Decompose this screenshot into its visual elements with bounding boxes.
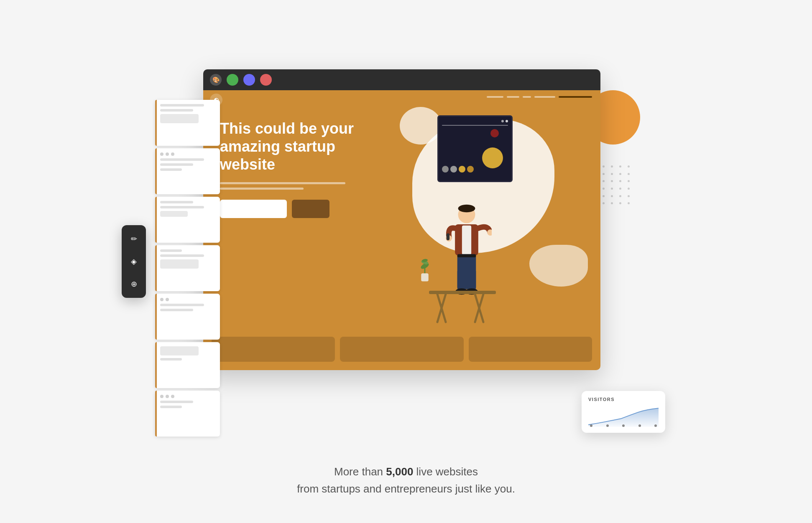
page-thumb-4[interactable]	[155, 245, 220, 291]
thumb-dots	[160, 298, 215, 301]
page-thumb-3[interactable]	[155, 197, 220, 243]
thumb-dot	[160, 152, 163, 156]
plant-illustration	[416, 253, 433, 282]
bottom-card-3	[469, 337, 592, 362]
visitors-widget: VISITORS	[582, 391, 665, 433]
easel-dots	[442, 120, 508, 122]
thumb-dot	[171, 152, 174, 156]
bottom-card-2	[340, 337, 463, 362]
thumb-dot	[160, 298, 163, 301]
nav-dash	[523, 96, 531, 98]
thumb-line	[160, 163, 193, 166]
left-toolbar: ✏ ◈ ⊕	[122, 225, 146, 298]
thumb-line	[160, 309, 193, 311]
thumb-line	[160, 201, 193, 203]
thumb-line	[160, 109, 193, 112]
page-thumb-6[interactable]	[155, 342, 220, 388]
visitors-label: VISITORS	[588, 397, 659, 402]
hero-title: This could be your amazing startup websi…	[220, 119, 379, 174]
planet-small	[490, 129, 499, 137]
thumb-line	[160, 249, 182, 252]
thumb-line	[160, 406, 182, 408]
browser-body: ◐ This could be your amazing startup web…	[203, 90, 600, 370]
main-scene: ✏ ◈ ⊕	[113, 57, 699, 466]
hero-cta-button[interactable]	[292, 200, 329, 218]
nav-dash	[487, 96, 503, 98]
thumb-line	[160, 168, 182, 171]
easel-board	[437, 115, 513, 182]
svg-rect-12	[457, 254, 476, 257]
page-thumb-2[interactable]	[155, 148, 220, 194]
chart-dots	[588, 424, 659, 427]
browser-header: 🎨	[203, 69, 600, 90]
pencil-icon[interactable]: ✏	[127, 232, 141, 246]
thumb-line	[160, 358, 182, 361]
easel-line	[442, 125, 508, 126]
thumb-dot	[171, 395, 174, 398]
svg-rect-6	[447, 233, 449, 240]
browser-window: 🎨 ◐ This could be your amazing startup	[203, 69, 600, 370]
color-green[interactable]	[227, 74, 238, 86]
browser-nav	[487, 96, 592, 98]
bottom-text: More than 5,000 live websites from start…	[297, 463, 515, 498]
thumb-line	[160, 304, 204, 306]
planet-big	[482, 147, 503, 168]
pages-stack	[155, 100, 220, 437]
thumb-dots	[160, 152, 215, 156]
blob-small	[400, 107, 442, 145]
page-thumb-1[interactable]	[155, 100, 220, 146]
thumb-line	[160, 104, 204, 107]
bottom-text-line1: More than 5,000 live websites	[297, 463, 515, 481]
palette-icon[interactable]: 🎨	[210, 74, 222, 86]
thumb-dot	[166, 152, 169, 156]
hero-input-field[interactable]	[220, 200, 287, 218]
hero-content: This could be your amazing startup websi…	[220, 119, 379, 218]
visitors-chart	[588, 406, 659, 427]
moon-phases	[442, 166, 474, 173]
bucket-icon[interactable]: ◈	[127, 254, 141, 269]
globe-icon[interactable]: ⊕	[127, 277, 141, 291]
bottom-card-1	[212, 337, 335, 362]
bottom-text-line2: from startups and entrepreneurs just lik…	[297, 480, 515, 498]
hero-decoration-line-1	[220, 182, 345, 184]
hero-decoration-line-2	[220, 188, 304, 190]
svg-rect-18	[429, 291, 496, 294]
page-thumb-5[interactable]	[155, 294, 220, 340]
nav-cta[interactable]	[559, 96, 592, 98]
thumb-dot	[166, 298, 169, 301]
thumb-line	[160, 158, 204, 161]
color-red[interactable]	[260, 74, 272, 86]
thumb-dot	[160, 395, 163, 398]
svg-rect-13	[421, 273, 429, 281]
thumb-rect	[160, 346, 199, 355]
hero-buttons	[220, 200, 379, 218]
thumb-line	[160, 254, 204, 257]
table-illustration	[421, 282, 504, 324]
illustration	[387, 103, 588, 337]
color-purple[interactable]	[243, 74, 255, 86]
thumb-dot	[166, 395, 169, 398]
thumb-dots	[160, 395, 215, 398]
nav-dash	[507, 96, 519, 98]
nav-dash	[534, 96, 555, 98]
svg-rect-3	[462, 226, 471, 255]
thumb-line	[160, 401, 193, 403]
bottom-cards	[212, 337, 592, 362]
thumb-rect	[160, 114, 199, 123]
thumb-line	[160, 206, 204, 208]
blob-tail	[529, 245, 588, 287]
svg-point-1	[458, 205, 475, 213]
thumb-rect	[160, 211, 188, 217]
thumb-rect	[160, 259, 199, 269]
page-thumb-7[interactable]	[155, 391, 220, 437]
